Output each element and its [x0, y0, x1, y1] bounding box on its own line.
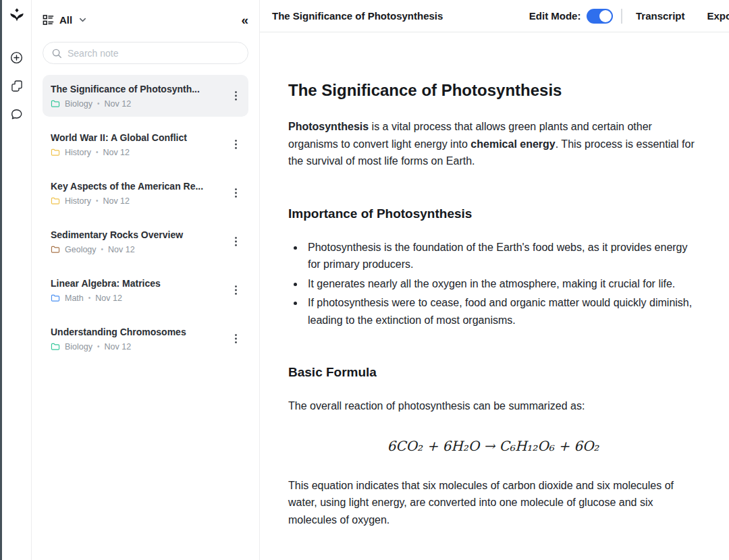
note-date: Nov 12 [95, 293, 122, 303]
note-item-main: The Significance of Photosynth... Biolog… [51, 84, 230, 109]
collapse-sidebar-icon: « [241, 13, 248, 27]
note-meta: History • Nov 12 [51, 196, 230, 206]
note-item-main: Sedimentary Rocks Overview Geology • Nov… [51, 229, 230, 254]
note-list-item[interactable]: The Significance of Photosynth... Biolog… [43, 75, 248, 117]
document-area[interactable]: The Significance of Photosynthesis Photo… [260, 32, 729, 560]
copy-documents-button[interactable] [9, 78, 25, 94]
note-list: The Significance of Photosynth... Biolog… [43, 75, 248, 360]
note-date: Nov 12 [103, 196, 130, 206]
sidebar-header: All « [43, 11, 248, 28]
note-title: Key Aspects of the American Re... [51, 181, 230, 192]
note-title: World War II: A Global Conflict [51, 132, 230, 143]
note-date: Nov 12 [103, 148, 130, 157]
note-title: The Significance of Photosynth... [51, 84, 230, 94]
intro-paragraph: Photosynthesis is a vital process that a… [288, 118, 698, 170]
toggle-knob [599, 10, 612, 22]
topbar-controls: Edit Mode: Transcript Export [529, 9, 729, 24]
chevron-down-icon [78, 15, 88, 25]
note-list-item[interactable]: Sedimentary Rocks Overview Geology • Nov… [43, 221, 248, 262]
note-list-item[interactable]: Linear Algebra: Matrices Math • Nov 12 [43, 269, 248, 311]
meta-separator: • [96, 148, 99, 156]
add-note-button[interactable] [8, 49, 25, 66]
note-item-main: Key Aspects of the American Re... Histor… [51, 181, 230, 206]
kebab-menu-icon [234, 236, 238, 247]
note-category: Math [65, 293, 84, 303]
note-menu-button[interactable] [230, 136, 242, 152]
kebab-menu-icon [234, 90, 238, 101]
note-item-main: Understanding Chromosomes Biology • Nov … [51, 327, 230, 352]
folder-icon [51, 148, 60, 157]
meta-separator: • [88, 294, 91, 302]
transcript-button[interactable]: Transcript [636, 10, 685, 22]
note-menu-button[interactable] [230, 88, 242, 104]
note-list-item[interactable]: Understanding Chromosomes Biology • Nov … [43, 318, 248, 360]
note-menu-button[interactable] [230, 185, 242, 201]
app-window: All « The Significance of Photosynt [0, 0, 729, 560]
kebab-menu-icon [234, 139, 238, 150]
filter-label: All [59, 14, 72, 26]
note-category: History [65, 196, 91, 206]
note-meta: Biology • Nov 12 [51, 342, 230, 352]
folder-icon [51, 293, 60, 303]
importance-heading: Importance of Photosynthesis [288, 206, 698, 221]
importance-list: Photosynthesis is the foundation of the … [288, 239, 698, 329]
search-icon [51, 48, 62, 59]
note-meta: Biology • Nov 12 [51, 99, 230, 109]
note-date: Nov 12 [105, 99, 132, 109]
note-title: Sedimentary Rocks Overview [51, 229, 230, 240]
edit-mode-label: Edit Mode: [529, 10, 581, 22]
meta-separator: • [97, 100, 100, 107]
chat-bubble-icon [9, 107, 24, 121]
folder-icon [51, 342, 60, 352]
note-list-item[interactable]: World War II: A Global Conflict History … [43, 123, 248, 165]
chat-button[interactable] [8, 106, 25, 123]
note-category: Biology [65, 342, 92, 352]
note-menu-button[interactable] [230, 233, 242, 250]
note-item-main: Linear Algebra: Matrices Math • Nov 12 [51, 278, 230, 303]
meta-separator: • [101, 246, 104, 253]
note-list-item[interactable]: Key Aspects of the American Re... Histor… [43, 172, 248, 214]
list-collections-icon [43, 14, 54, 26]
document-title: The Significance of Photosynthesis [288, 80, 698, 101]
topbar-divider [621, 9, 622, 24]
note-item-main: World War II: A Global Conflict History … [51, 132, 230, 157]
edit-mode-toggle[interactable] [587, 9, 613, 24]
importance-bullet: If photosynthesis were to cease, food an… [304, 294, 698, 329]
search-input[interactable] [68, 48, 240, 59]
sidebar: All « The Significance of Photosynt [32, 0, 260, 560]
topbar-note-title: The Significance of Photosynthesis [272, 10, 443, 22]
kebab-menu-icon [234, 188, 238, 198]
bird-star-logo-icon [8, 7, 26, 25]
note-meta: Math • Nov 12 [51, 293, 230, 303]
note-meta: History • Nov 12 [51, 148, 230, 157]
note-menu-button[interactable] [230, 282, 242, 298]
app-logo[interactable] [8, 7, 26, 25]
search-box [43, 42, 248, 64]
note-meta: Geology • Nov 12 [51, 245, 230, 254]
formula-heading: Basic Formula [288, 365, 698, 380]
note-category: Biology [65, 99, 92, 109]
importance-bullet: It generates nearly all the oxygen in th… [304, 275, 698, 293]
formula-lead-paragraph: The overall reaction of photosynthesis c… [288, 397, 698, 415]
note-document: The Significance of Photosynthesis Photo… [288, 32, 698, 542]
collapse-sidebar-button[interactable]: « [241, 13, 248, 26]
chemical-formula: 6CO₂ + 6H₂O → C₆H₁₂O₆ + 6O₂ [288, 438, 698, 454]
note-date: Nov 12 [108, 245, 135, 254]
folder-icon [51, 196, 60, 206]
kebab-menu-icon [234, 333, 238, 344]
note-title: Linear Algebra: Matrices [51, 278, 230, 289]
meta-separator: • [97, 343, 100, 350]
icon-rail [2, 0, 32, 560]
kebab-menu-icon [234, 285, 238, 296]
note-category: Geology [65, 245, 97, 254]
notes-filter-dropdown[interactable]: All [43, 14, 88, 26]
note-menu-button[interactable] [230, 331, 242, 347]
meta-separator: • [96, 197, 99, 204]
add-note-icon [9, 51, 24, 65]
folder-icon [51, 99, 60, 109]
export-button[interactable]: Export [707, 10, 729, 22]
note-category: History [65, 148, 91, 157]
folder-icon [51, 245, 60, 254]
importance-bullet: Photosynthesis is the foundation of the … [304, 239, 698, 273]
note-title: Understanding Chromosomes [51, 327, 230, 337]
